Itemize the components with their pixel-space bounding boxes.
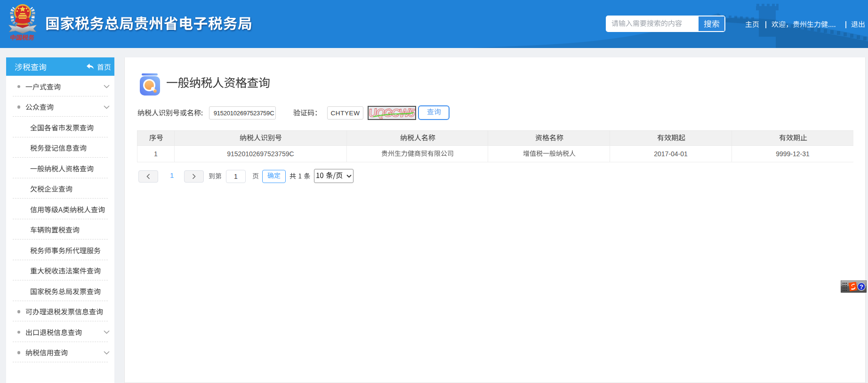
svg-text:?: ? bbox=[860, 283, 863, 290]
